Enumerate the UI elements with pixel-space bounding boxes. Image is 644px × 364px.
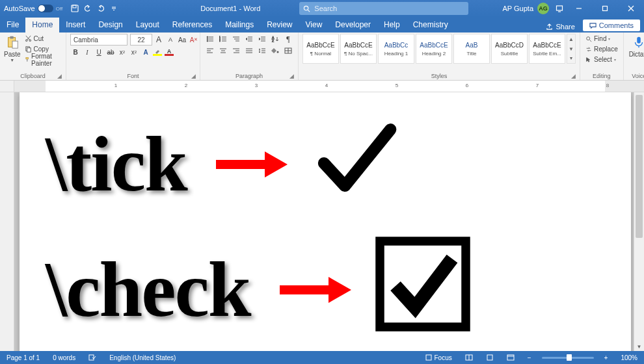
text-effects-button[interactable]: A <box>141 47 151 57</box>
font-size-combo[interactable]: 22 <box>130 34 152 46</box>
tab-file[interactable]: File <box>0 18 25 32</box>
dictate-button[interactable]: Dictate <box>628 34 644 58</box>
autosave-toggle[interactable] <box>38 5 53 12</box>
numbering-button[interactable]: 123 <box>217 34 229 44</box>
view-print-layout-icon[interactable] <box>483 353 496 362</box>
subscript-button[interactable]: x2 <box>117 47 127 57</box>
underline-button[interactable]: U <box>94 47 104 57</box>
tab-mailings[interactable]: Mailings <box>219 18 260 32</box>
styles-scroll-down-icon[interactable]: ▼ <box>567 44 575 54</box>
zoom-out-button[interactable]: − <box>525 353 534 363</box>
tab-home[interactable]: Home <box>25 18 59 32</box>
vertical-ruler[interactable] <box>0 92 14 351</box>
styles-scroll-up-icon[interactable]: ▲ <box>567 34 575 44</box>
ribbon-display-options-icon[interactable] <box>553 5 566 12</box>
qat-more-icon[interactable] <box>108 3 120 14</box>
style-name: Subtitle <box>501 51 518 57</box>
style-item-2[interactable]: AaBbCcHeading 1 <box>378 34 414 64</box>
save-icon[interactable] <box>69 3 81 14</box>
editing-group-label: Editing <box>593 73 611 79</box>
bullets-button[interactable] <box>204 34 216 44</box>
status-words[interactable]: 0 words <box>50 353 78 363</box>
status-language[interactable]: English (United States) <box>107 353 178 363</box>
increase-indent-button[interactable] <box>256 34 268 44</box>
select-button[interactable]: Select▾ <box>584 55 619 64</box>
bold-button[interactable]: B <box>70 47 81 57</box>
decrease-indent-button[interactable] <box>243 34 255 44</box>
vertical-scrollbar[interactable]: ▲ ▼ <box>634 92 644 351</box>
tab-view[interactable]: View <box>299 18 329 32</box>
show-marks-button[interactable]: ¶ <box>282 34 294 44</box>
scroll-down-icon[interactable]: ▼ <box>634 342 644 351</box>
font-name-combo[interactable]: Cambria <box>70 34 127 46</box>
tab-chemistry[interactable]: Chemistry <box>407 18 455 32</box>
tab-insert[interactable]: Insert <box>59 18 92 32</box>
status-spellcheck-icon[interactable] <box>86 353 99 362</box>
font-color-button[interactable]: A <box>164 47 174 57</box>
user-account[interactable]: AP Gupta AG <box>499 3 554 14</box>
align-left-button[interactable] <box>204 46 216 56</box>
undo-icon[interactable] <box>82 3 94 14</box>
styles-expand-icon[interactable]: ▾ <box>567 53 575 63</box>
align-right-button[interactable] <box>230 46 242 56</box>
tab-layout[interactable]: Layout <box>129 18 166 32</box>
style-item-0[interactable]: AaBbCcE¶ Normal <box>302 34 339 64</box>
font-launcher-icon[interactable]: ◢ <box>191 73 196 79</box>
search-box[interactable] <box>299 2 468 15</box>
status-page[interactable]: Page 1 of 1 <box>4 353 42 363</box>
zoom-thumb[interactable] <box>567 354 572 361</box>
borders-button[interactable] <box>282 46 294 56</box>
superscript-button[interactable]: x2 <box>129 47 139 57</box>
align-center-button[interactable] <box>217 46 229 56</box>
sort-button[interactable]: AZ <box>269 34 281 44</box>
shrink-font-button[interactable]: A <box>165 34 176 45</box>
page[interactable]: \tick \check <box>20 92 631 351</box>
styles-group-label: Styles <box>431 73 448 79</box>
horizontal-ruler[interactable]: 12345678 <box>0 81 644 92</box>
autosave[interactable]: AutoSave Off <box>0 5 66 12</box>
highlight-color-button[interactable] <box>152 47 163 57</box>
find-button[interactable]: Find▾ <box>584 34 619 44</box>
multilevel-list-button[interactable] <box>230 34 242 44</box>
comments-button[interactable]: Comments <box>583 20 640 31</box>
zoom-slider[interactable] <box>542 357 594 359</box>
line-spacing-button[interactable] <box>256 46 268 56</box>
strikethrough-button[interactable]: ab <box>105 47 116 57</box>
zoom-level[interactable]: 100% <box>618 353 640 363</box>
maximize-button[interactable] <box>592 0 618 17</box>
tab-developer[interactable]: Developer <box>329 18 377 32</box>
zoom-in-button[interactable]: + <box>602 353 611 363</box>
share-button[interactable]: Share <box>539 21 581 32</box>
justify-button[interactable] <box>243 46 255 56</box>
tab-design[interactable]: Design <box>92 18 129 32</box>
minimize-button[interactable] <box>566 0 592 17</box>
style-item-6[interactable]: AaBbCcESubtle Em... <box>529 34 565 64</box>
cut-button[interactable]: Cut <box>23 34 62 44</box>
tab-help[interactable]: Help <box>377 18 407 32</box>
view-web-layout-icon[interactable] <box>504 353 517 362</box>
style-item-5[interactable]: AaBbCcDSubtitle <box>491 34 528 64</box>
redo-icon[interactable] <box>95 3 107 14</box>
style-item-1[interactable]: AaBbCcE¶ No Spac... <box>340 34 377 64</box>
change-case-button[interactable]: Aa <box>177 34 187 45</box>
styles-launcher-icon[interactable]: ◢ <box>571 73 576 79</box>
scroll-thumb[interactable] <box>636 95 643 238</box>
tab-review[interactable]: Review <box>260 18 299 32</box>
format-painter-button[interactable]: Format Painter <box>23 55 62 64</box>
view-read-mode-icon[interactable] <box>463 353 476 362</box>
grow-font-button[interactable]: A <box>154 34 164 45</box>
replace-button[interactable]: Replace <box>584 44 619 54</box>
italic-button[interactable]: I <box>82 47 92 57</box>
user-avatar: AG <box>537 3 549 14</box>
search-input[interactable] <box>314 5 464 12</box>
style-item-4[interactable]: AaBTitle <box>453 34 490 64</box>
tab-references[interactable]: References <box>166 18 219 32</box>
shading-button[interactable] <box>269 46 281 56</box>
status-focus[interactable]: Focus <box>423 353 455 363</box>
style-item-3[interactable]: AaBbCcEHeading 2 <box>416 34 452 64</box>
clipboard-launcher-icon[interactable]: ◢ <box>57 73 62 79</box>
paragraph-launcher-icon[interactable]: ◢ <box>289 73 294 79</box>
paste-button[interactable]: Paste ▼ <box>4 34 21 62</box>
close-button[interactable] <box>618 0 644 17</box>
clear-formatting-button[interactable]: A✕ <box>189 34 199 45</box>
